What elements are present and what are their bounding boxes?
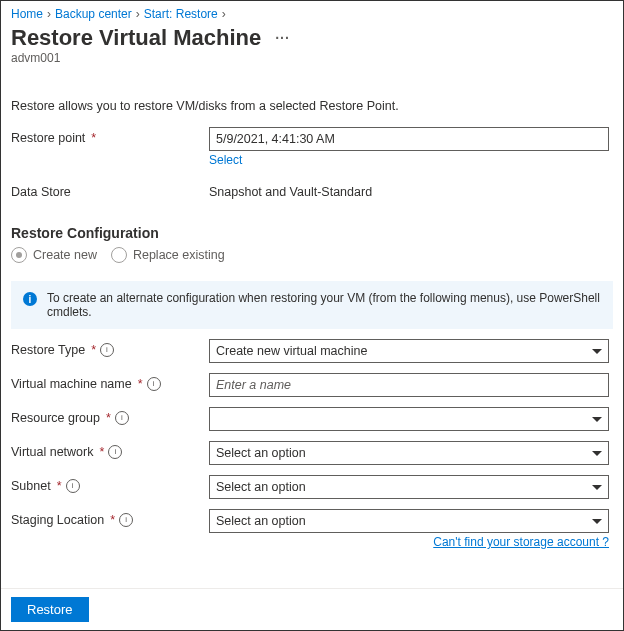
radio-replace-existing[interactable]: Replace existing	[111, 247, 225, 263]
footer: Restore	[1, 588, 623, 630]
more-icon[interactable]: ···	[275, 30, 290, 46]
info-icon[interactable]: i	[115, 411, 129, 425]
restore-point-label: Restore point*	[11, 127, 209, 145]
virtual-network-label: Virtual network* i	[11, 441, 209, 459]
info-banner: i To create an alternate configuration w…	[11, 281, 613, 329]
staging-location-label: Staging Location* i	[11, 509, 209, 527]
chevron-down-icon	[592, 417, 602, 422]
page-subtitle: advm001	[11, 51, 613, 65]
subnet-select[interactable]: Select an option	[209, 475, 609, 499]
staging-location-select[interactable]: Select an option	[209, 509, 609, 533]
data-store-value: Snapshot and Vault-Standard	[209, 181, 613, 199]
info-icon[interactable]: i	[100, 343, 114, 357]
info-icon[interactable]: i	[108, 445, 122, 459]
info-icon[interactable]: i	[119, 513, 133, 527]
info-icon: i	[23, 292, 37, 306]
resource-group-label: Resource group* i	[11, 407, 209, 425]
intro-text: Restore allows you to restore VM/disks f…	[11, 99, 613, 113]
restore-button[interactable]: Restore	[11, 597, 89, 622]
restore-type-select[interactable]: Create new virtual machine	[209, 339, 609, 363]
info-icon[interactable]: i	[147, 377, 161, 391]
restore-point-input[interactable]	[209, 127, 609, 151]
info-banner-text: To create an alternate configuration whe…	[47, 291, 601, 319]
chevron-down-icon	[592, 519, 602, 524]
restore-configuration-header: Restore Configuration	[11, 225, 613, 241]
restore-point-select-link[interactable]: Select	[209, 153, 242, 167]
radio-create-new[interactable]: Create new	[11, 247, 97, 263]
breadcrumb-start-restore[interactable]: Start: Restore	[144, 7, 218, 21]
chevron-down-icon	[592, 349, 602, 354]
chevron-down-icon	[592, 451, 602, 456]
chevron-right-icon: ›	[47, 7, 51, 21]
page-title: Restore Virtual Machine ···	[11, 25, 613, 51]
restore-mode-radio-group: Create new Replace existing	[11, 247, 613, 263]
chevron-down-icon	[592, 485, 602, 490]
resource-group-select[interactable]	[209, 407, 609, 431]
virtual-network-select[interactable]: Select an option	[209, 441, 609, 465]
chevron-right-icon: ›	[136, 7, 140, 21]
storage-account-help-link[interactable]: Can't find your storage account ?	[11, 535, 609, 549]
vm-name-input[interactable]	[209, 373, 609, 397]
restore-type-label: Restore Type* i	[11, 339, 209, 357]
chevron-right-icon: ›	[222, 7, 226, 21]
info-icon[interactable]: i	[66, 479, 80, 493]
breadcrumb: Home › Backup center › Start: Restore ›	[11, 7, 613, 21]
subnet-label: Subnet* i	[11, 475, 209, 493]
breadcrumb-home[interactable]: Home	[11, 7, 43, 21]
breadcrumb-backup-center[interactable]: Backup center	[55, 7, 132, 21]
vm-name-label: Virtual machine name* i	[11, 373, 209, 391]
data-store-label: Data Store	[11, 181, 209, 199]
